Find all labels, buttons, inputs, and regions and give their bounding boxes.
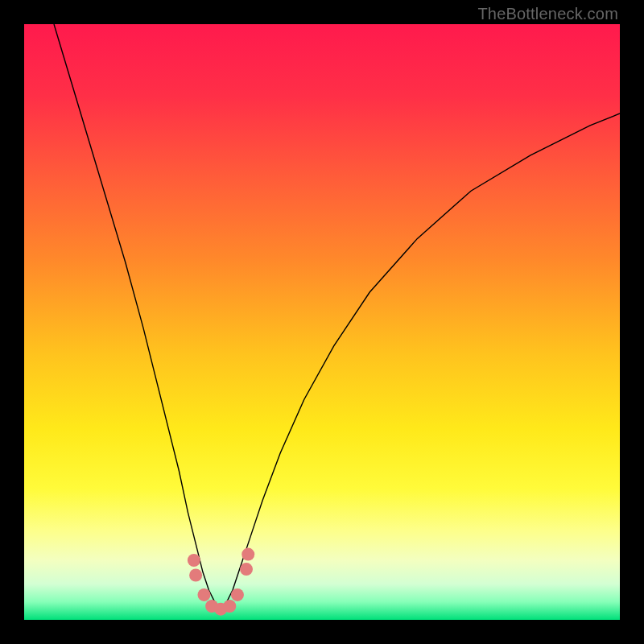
gradient-background (24, 24, 620, 620)
marker-dot (188, 554, 200, 567)
plot-area (24, 24, 620, 620)
watermark-text: TheBottleneck.com (477, 5, 618, 23)
marker-dot (223, 600, 236, 613)
marker-dot (189, 569, 202, 582)
marker-dot (231, 588, 244, 601)
marker-dot (240, 563, 253, 576)
chart-container: TheBottleneck.com (0, 0, 644, 644)
chart-svg (24, 24, 620, 620)
marker-dot (242, 548, 254, 561)
marker-dot (197, 588, 210, 601)
